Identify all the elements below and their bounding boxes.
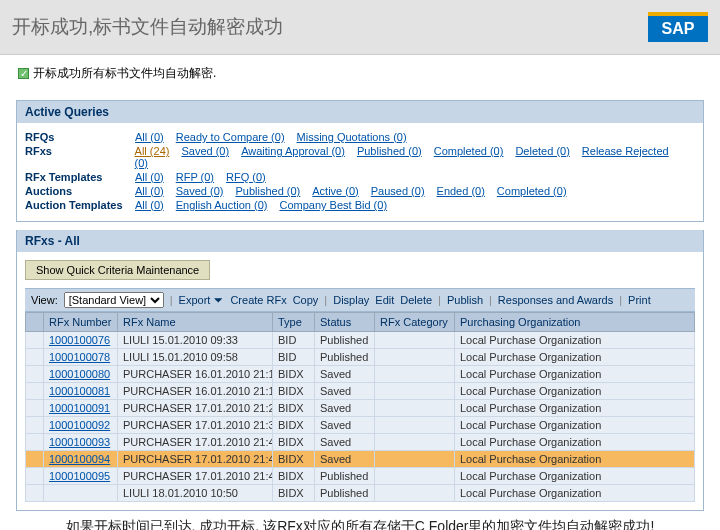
query-link[interactable]: Saved (0)	[181, 145, 229, 157]
row-selector[interactable]	[26, 485, 44, 502]
cell: Saved	[315, 417, 375, 434]
col-header[interactable]: Status	[315, 313, 375, 332]
table-row[interactable]: 1000100076LIULI 15.01.2010 09:33BIDPubli…	[26, 332, 695, 349]
query-link[interactable]: Awaiting Approval (0)	[241, 145, 345, 157]
toolbar-copy[interactable]: Copy	[293, 294, 319, 306]
cell[interactable]: 1000100080	[44, 366, 118, 383]
table-row[interactable]: 1000100078LIULI 15.01.2010 09:58BIDPubli…	[26, 349, 695, 366]
cell: Published	[315, 468, 375, 485]
cell[interactable]: 1000100092	[44, 417, 118, 434]
rfx-table: RFx NumberRFx NameTypeStatusRFx Category…	[25, 312, 695, 502]
query-link[interactable]: Ready to Compare (0)	[176, 131, 285, 143]
col-header[interactable]	[26, 313, 44, 332]
table-row[interactable]: 1000100092PURCHASER 17.01.2010 21:37BIDX…	[26, 417, 695, 434]
query-row: Auction TemplatesAll (0)English Auction …	[25, 199, 695, 211]
row-selector[interactable]	[26, 366, 44, 383]
toolbar-export-[interactable]: Export ⏷	[179, 294, 225, 306]
table-row[interactable]: 1000100093PURCHASER 17.01.2010 21:43BIDX…	[26, 434, 695, 451]
cell	[375, 383, 455, 400]
query-label: RFQs	[25, 131, 135, 143]
col-header[interactable]: RFx Category	[375, 313, 455, 332]
query-link[interactable]: All (0)	[135, 199, 164, 211]
cell: Local Purchase Organization	[455, 400, 695, 417]
cell: BIDX	[273, 451, 315, 468]
col-header[interactable]: RFx Number	[44, 313, 118, 332]
query-link[interactable]: Paused (0)	[371, 185, 425, 197]
cell[interactable]: 1000100091	[44, 400, 118, 417]
query-link[interactable]: All (0)	[135, 131, 164, 143]
cell: Local Purchase Organization	[455, 332, 695, 349]
cell[interactable]: 1000100093	[44, 434, 118, 451]
toolbar-delete[interactable]: Delete	[400, 294, 432, 306]
check-icon: ✓	[18, 68, 29, 79]
cell	[375, 366, 455, 383]
rfx-panel: RFxs - All Show Quick Criteria Maintenan…	[16, 230, 704, 511]
query-link[interactable]: Missing Quotations (0)	[297, 131, 407, 143]
view-select[interactable]: [Standard View]	[64, 292, 164, 308]
row-selector[interactable]	[26, 417, 44, 434]
query-link[interactable]: RFQ (0)	[226, 171, 266, 183]
query-link[interactable]: All (24)	[135, 145, 170, 157]
toolbar-print[interactable]: Print	[628, 294, 651, 306]
toolbar-edit[interactable]: Edit	[375, 294, 394, 306]
query-link[interactable]: Completed (0)	[497, 185, 567, 197]
toolbar-create-rfx[interactable]: Create RFx	[230, 294, 286, 306]
query-link[interactable]: Completed (0)	[434, 145, 504, 157]
row-selector[interactable]	[26, 332, 44, 349]
query-link[interactable]: Saved (0)	[176, 185, 224, 197]
decrypt-success-note: ✓开标成功所有标书文件均自动解密.	[0, 55, 720, 92]
toolbar-display[interactable]: Display	[333, 294, 369, 306]
view-label: View:	[31, 294, 58, 306]
cell: Local Purchase Organization	[455, 417, 695, 434]
query-link[interactable]: All (0)	[135, 171, 164, 183]
col-header[interactable]: Purchasing Organization	[455, 313, 695, 332]
cell[interactable]: 1000100095	[44, 468, 118, 485]
row-selector[interactable]	[26, 400, 44, 417]
query-link[interactable]: Deleted (0)	[515, 145, 569, 157]
cell: Local Purchase Organization	[455, 485, 695, 502]
col-header[interactable]: RFx Name	[118, 313, 273, 332]
cell[interactable]: 1000100078	[44, 349, 118, 366]
cell[interactable]: 1000100094	[44, 451, 118, 468]
cell: BID	[273, 349, 315, 366]
query-link[interactable]: All (0)	[135, 185, 164, 197]
row-selector[interactable]	[26, 383, 44, 400]
table-row[interactable]: 1000100095PURCHASER 17.01.2010 21:46BIDX…	[26, 468, 695, 485]
cell: Local Purchase Organization	[455, 434, 695, 451]
query-row: AuctionsAll (0)Saved (0)Published (0)Act…	[25, 185, 695, 197]
cell: BID	[273, 332, 315, 349]
col-header[interactable]: Type	[273, 313, 315, 332]
query-row: RFx TemplatesAll (0)RFP (0)RFQ (0)	[25, 171, 695, 183]
cell: Local Purchase Organization	[455, 451, 695, 468]
query-link[interactable]: English Auction (0)	[176, 199, 268, 211]
row-selector[interactable]	[26, 468, 44, 485]
query-link[interactable]: Published (0)	[357, 145, 422, 157]
cell[interactable]: 1000100081	[44, 383, 118, 400]
cell[interactable]: 1000100076	[44, 332, 118, 349]
cell	[375, 332, 455, 349]
show-criteria-button[interactable]: Show Quick Criteria Maintenance	[25, 260, 210, 280]
cell: Local Purchase Organization	[455, 383, 695, 400]
footnote-1: 如果开标时间已到达, 成功开标, 该RFx对应的所有存储于C Folder里的加…	[0, 511, 720, 530]
table-row[interactable]: 1000100091PURCHASER 17.01.2010 21:29BIDX…	[26, 400, 695, 417]
query-link[interactable]: Active (0)	[312, 185, 358, 197]
query-rows: RFQsAll (0)Ready to Compare (0)Missing Q…	[17, 123, 703, 221]
cell[interactable]	[44, 485, 118, 502]
row-selector[interactable]	[26, 451, 44, 468]
row-selector[interactable]	[26, 349, 44, 366]
table-row[interactable]: 1000100081PURCHASER 16.01.2010 21:14BIDX…	[26, 383, 695, 400]
toolbar-responses-and-awards[interactable]: Responses and Awards	[498, 294, 613, 306]
table-row[interactable]: 1000100094PURCHASER 17.01.2010 21:44BIDX…	[26, 451, 695, 468]
cell	[375, 400, 455, 417]
query-link[interactable]: Ended (0)	[437, 185, 485, 197]
table-row[interactable]: 1000100080PURCHASER 16.01.2010 21:11BIDX…	[26, 366, 695, 383]
query-link[interactable]: Company Best Bid (0)	[279, 199, 387, 211]
table-row[interactable]: LIULI 18.01.2010 10:50BIDXPublishedLocal…	[26, 485, 695, 502]
cell: PURCHASER 16.01.2010 21:11	[118, 366, 273, 383]
query-link[interactable]: Published (0)	[235, 185, 300, 197]
cell	[375, 468, 455, 485]
query-link[interactable]: RFP (0)	[176, 171, 214, 183]
query-links: All (0)Ready to Compare (0)Missing Quota…	[135, 131, 419, 143]
row-selector[interactable]	[26, 434, 44, 451]
toolbar-publish[interactable]: Publish	[447, 294, 483, 306]
